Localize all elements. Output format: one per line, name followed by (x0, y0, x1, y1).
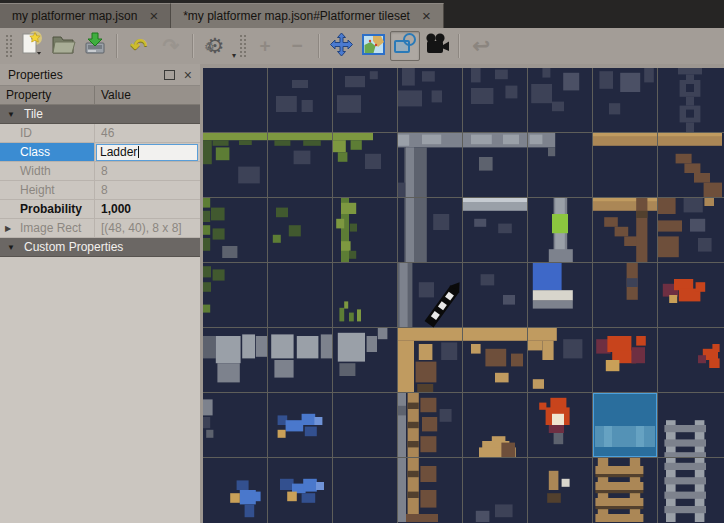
tile-animation-button[interactable] (422, 31, 452, 61)
properties-panel: Properties × Property Value ▼TileID46Cla… (0, 64, 200, 523)
close-panel-icon[interactable]: × (184, 70, 192, 80)
property-group-custom-properties[interactable]: ▼Custom Properties (0, 238, 200, 257)
new-file-icon (18, 31, 44, 61)
remove-tile-button: − (282, 31, 312, 61)
new-file-button[interactable] (16, 31, 46, 61)
properties-panel-titlebar[interactable]: Properties × (0, 64, 200, 86)
property-value: 8 (95, 162, 200, 180)
dropdown-arrow-icon[interactable]: ▾ (232, 51, 236, 64)
undo-button[interactable]: ↶ (124, 31, 154, 61)
return-arrow-button: ↩ (466, 31, 496, 61)
tab-bar: my platformer map.json×*my platformer ma… (0, 0, 724, 28)
collapse-triangle-icon[interactable]: ▼ (4, 110, 18, 119)
overlap-shapes-icon (392, 32, 418, 60)
property-value-text: 46 (101, 126, 114, 140)
toolbar-drag-handle[interactable] (5, 34, 12, 58)
properties-panel-title: Properties (8, 68, 63, 82)
float-panel-icon[interactable] (164, 70, 175, 80)
input-text: Ladder (100, 145, 137, 159)
select-shapes-button[interactable] (390, 31, 420, 61)
map-image-icon (361, 32, 386, 61)
tab-label: *my platformer map.json#Platformer tiles… (183, 9, 410, 23)
gear-small-icon: ⚙ (204, 37, 215, 57)
property-value-text: [(48, 40), 8 x 8] (101, 221, 182, 235)
text-caret (138, 146, 139, 158)
group-label: Custom Properties (24, 240, 123, 254)
minus-icon: − (291, 36, 302, 56)
property-value-text: 8 (101, 164, 108, 178)
property-value: [(48, 40), 8 x 8] (95, 219, 200, 237)
toolbar-separator (192, 34, 194, 58)
expander-triangle-icon[interactable]: ▶ (5, 224, 11, 233)
tab-close-icon[interactable]: × (420, 9, 433, 23)
property-row-probability[interactable]: Probability1,000 (0, 200, 200, 219)
property-name-text: Image Rect (20, 221, 81, 235)
property-row-class[interactable]: ClassLadder (0, 143, 200, 162)
property-name-text: Probability (20, 202, 82, 216)
plus-icon: + (259, 36, 270, 56)
column-header-property: Property (0, 86, 95, 104)
tileset-canvas[interactable] (203, 68, 724, 523)
return-arrow-icon: ↩ (472, 36, 490, 56)
property-name: Probability (0, 200, 95, 218)
property-name: Height (0, 181, 95, 199)
tab-close-icon[interactable]: × (147, 9, 160, 23)
property-value-text: 1,000 (101, 202, 131, 216)
property-row-width[interactable]: Width8 (0, 162, 200, 181)
property-name-text: ID (20, 126, 32, 140)
group-label: Tile (24, 107, 43, 121)
properties-rows: ▼TileID46ClassLadderWidth8Height8Probabi… (0, 105, 200, 257)
commands-button[interactable]: ⚙⚙ (200, 31, 230, 61)
undo-icon: ↶ (131, 36, 148, 56)
property-value: Ladder (95, 143, 200, 161)
tileset-image-button[interactable] (358, 31, 388, 61)
tab-label: my platformer map.json (12, 9, 137, 23)
move-arrows-icon (329, 32, 354, 61)
property-value: 1,000 (95, 200, 200, 218)
tileset-view (203, 64, 724, 523)
properties-column-header: Property Value (0, 86, 200, 105)
property-name: ▶Image Rect (0, 219, 95, 237)
properties-empty-area (0, 257, 200, 523)
property-group-tile[interactable]: ▼Tile (0, 105, 200, 124)
redo-icon: ↷ (163, 36, 180, 56)
open-folder-icon (50, 31, 76, 61)
property-name-text: Width (20, 164, 51, 178)
property-row-height[interactable]: Height8 (0, 181, 200, 200)
toolbar-separator (318, 34, 320, 58)
add-tile-button: + (250, 31, 280, 61)
property-value-text: 8 (101, 183, 108, 197)
camera-icon (423, 32, 451, 60)
property-name: Class (0, 143, 95, 161)
toolbar: ↶↷⚙⚙▾+−↩ (0, 28, 724, 64)
tab-map-file[interactable]: my platformer map.json× (0, 3, 171, 28)
move-tool-button[interactable] (326, 31, 356, 61)
save-icon (82, 31, 108, 61)
redo-button: ↷ (156, 31, 186, 61)
class-value-input[interactable]: Ladder (96, 144, 198, 161)
property-name-text: Class (20, 145, 50, 159)
tiled-window: my platformer map.json×*my platformer ma… (0, 0, 724, 523)
toolbar-drag-handle-2[interactable] (239, 34, 246, 58)
toolbar-separator (458, 34, 460, 58)
property-name: ID (0, 124, 95, 142)
property-value: 46 (95, 124, 200, 142)
property-value: 8 (95, 181, 200, 199)
property-row-id[interactable]: ID46 (0, 124, 200, 143)
open-file-button[interactable] (48, 31, 78, 61)
property-name: Width (0, 162, 95, 180)
property-row-image-rect[interactable]: ▶Image Rect[(48, 40), 8 x 8] (0, 219, 200, 238)
column-header-value: Value (95, 86, 200, 104)
toolbar-separator (116, 34, 118, 58)
save-button[interactable] (80, 31, 110, 61)
property-name-text: Height (20, 183, 55, 197)
collapse-triangle-icon[interactable]: ▼ (4, 243, 18, 252)
tab-tileset[interactable]: *my platformer map.json#Platformer tiles… (171, 3, 444, 28)
